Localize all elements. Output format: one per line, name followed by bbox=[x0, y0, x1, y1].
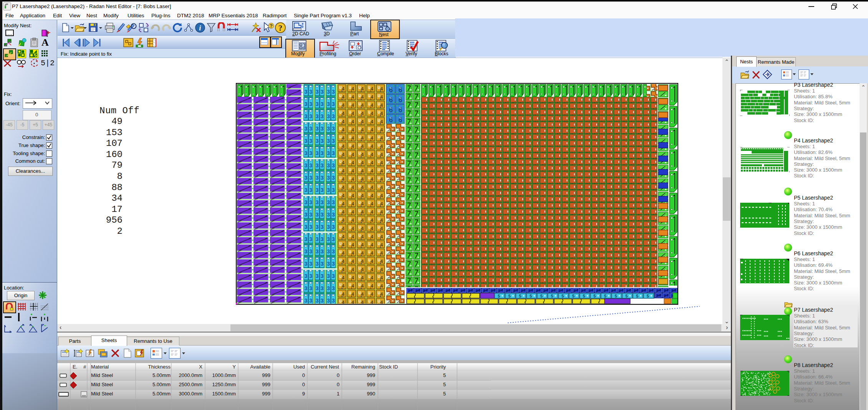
svg-text:i: i bbox=[199, 24, 201, 32]
svg-text:?: ? bbox=[270, 23, 273, 29]
svg-text:?: ? bbox=[278, 23, 283, 33]
